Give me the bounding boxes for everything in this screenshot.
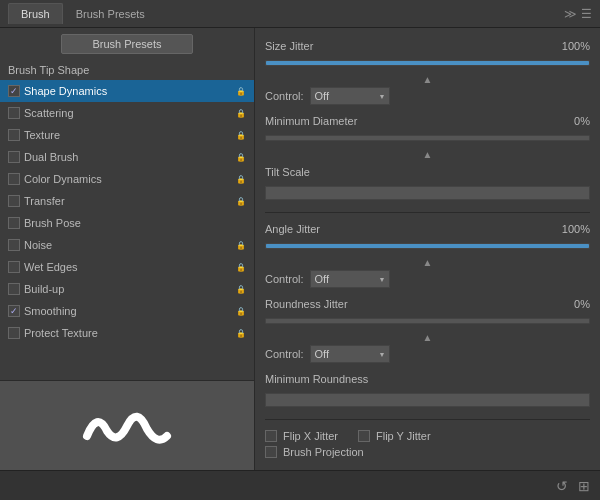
brush-item-label-11: Protect Texture bbox=[24, 327, 232, 339]
brush-list-item-7[interactable]: Noise🔒 bbox=[0, 234, 254, 256]
angle-jitter-row: Angle Jitter 100% bbox=[265, 219, 590, 239]
brush-item-label-10: Smoothing bbox=[24, 305, 232, 317]
checkbox-9[interactable] bbox=[8, 283, 20, 295]
flip-x-checkbox[interactable] bbox=[265, 430, 277, 442]
control-row-2: Control: Off Fade Pen Pressure bbox=[265, 270, 590, 288]
control-label-3: Control: bbox=[265, 348, 304, 360]
brush-list-item-8[interactable]: Wet Edges🔒 bbox=[0, 256, 254, 278]
brush-list-item-9[interactable]: Build-up🔒 bbox=[0, 278, 254, 300]
size-jitter-slider[interactable] bbox=[265, 60, 590, 66]
brush-item-label-8: Wet Edges bbox=[24, 261, 232, 273]
brush-item-label-6: Brush Pose bbox=[24, 217, 246, 229]
brush-presets-button[interactable]: Brush Presets bbox=[61, 34, 192, 54]
angle-jitter-value: 100% bbox=[550, 223, 590, 235]
angle-jitter-slider[interactable] bbox=[265, 243, 590, 249]
brush-projection-checkbox[interactable] bbox=[265, 446, 277, 458]
checkbox-2[interactable] bbox=[8, 129, 20, 141]
tilt-scale-field[interactable] bbox=[265, 186, 590, 200]
checkbox-6[interactable] bbox=[8, 217, 20, 229]
control-label-2: Control: bbox=[265, 273, 304, 285]
tab-brush[interactable]: Brush bbox=[8, 3, 63, 24]
brush-tip-shape-label: Brush Tip Shape bbox=[0, 60, 254, 80]
lock-icon-9: 🔒 bbox=[236, 285, 246, 294]
control-row-3: Control: Off Fade Pen Pressure bbox=[265, 345, 590, 363]
min-diameter-row: Minimum Diameter 0% bbox=[265, 111, 590, 131]
brush-item-label-3: Dual Brush bbox=[24, 151, 232, 163]
brush-list-item-0[interactable]: Shape Dynamics🔒 bbox=[0, 80, 254, 102]
brush-item-label-1: Scattering bbox=[24, 107, 232, 119]
lock-icon-4: 🔒 bbox=[236, 175, 246, 184]
flip-y-label: Flip Y Jitter bbox=[376, 430, 431, 442]
min-roundness-label: Minimum Roundness bbox=[265, 373, 368, 385]
grid-icon[interactable]: ⊞ bbox=[578, 478, 590, 494]
brush-item-label-5: Transfer bbox=[24, 195, 232, 207]
flip-checkboxes: Flip X Jitter Flip Y Jitter bbox=[265, 430, 590, 446]
lock-icon-8: 🔒 bbox=[236, 263, 246, 272]
min-diameter-label: Minimum Diameter bbox=[265, 115, 357, 127]
reset-icon[interactable]: ↺ bbox=[556, 478, 568, 494]
tab-icons: ≫ ☰ bbox=[564, 7, 592, 21]
min-diameter-value: 0% bbox=[550, 115, 590, 127]
min-roundness-field[interactable] bbox=[265, 393, 590, 407]
scroll-arrow-2: ▲ bbox=[265, 149, 590, 160]
lock-icon-3: 🔒 bbox=[236, 153, 246, 162]
roundness-jitter-value: 0% bbox=[550, 298, 590, 310]
control-select-2[interactable]: Off Fade Pen Pressure bbox=[310, 270, 390, 288]
brush-item-label-4: Color Dynamics bbox=[24, 173, 232, 185]
size-jitter-row: Size Jitter 100% bbox=[265, 36, 590, 56]
control-select-wrapper-2: Off Fade Pen Pressure bbox=[310, 270, 390, 288]
checkbox-1[interactable] bbox=[8, 107, 20, 119]
brush-list-item-3[interactable]: Dual Brush🔒 bbox=[0, 146, 254, 168]
angle-jitter-label: Angle Jitter bbox=[265, 223, 320, 235]
brush-list-item-5[interactable]: Transfer🔒 bbox=[0, 190, 254, 212]
min-roundness-row: Minimum Roundness bbox=[265, 369, 590, 389]
brush-list-item-1[interactable]: Scattering🔒 bbox=[0, 102, 254, 124]
menu-icon[interactable]: ☰ bbox=[581, 7, 592, 21]
brush-list-item-4[interactable]: Color Dynamics🔒 bbox=[0, 168, 254, 190]
checkbox-8[interactable] bbox=[8, 261, 20, 273]
checkbox-4[interactable] bbox=[8, 173, 20, 185]
brush-preview-svg bbox=[77, 401, 177, 451]
main-panel: Brush Brush Presets ≫ ☰ Brush Presets Br… bbox=[0, 0, 600, 500]
scroll-arrow-4: ▲ bbox=[265, 332, 590, 343]
tab-brush-presets[interactable]: Brush Presets bbox=[63, 3, 158, 24]
brush-list-item-11[interactable]: Protect Texture🔒 bbox=[0, 322, 254, 344]
expand-icon[interactable]: ≫ bbox=[564, 7, 577, 21]
min-diameter-slider[interactable] bbox=[265, 135, 590, 141]
control-row-1: Control: Off Fade Pen Pressure Pen Tilt bbox=[265, 87, 590, 105]
roundness-jitter-row: Roundness Jitter 0% bbox=[265, 294, 590, 314]
control-select-3[interactable]: Off Fade Pen Pressure bbox=[310, 345, 390, 363]
tab-bar: Brush Brush Presets ≫ ☰ bbox=[0, 0, 600, 28]
roundness-jitter-label: Roundness Jitter bbox=[265, 298, 348, 310]
lock-icon-2: 🔒 bbox=[236, 131, 246, 140]
flip-y-checkbox[interactable] bbox=[358, 430, 370, 442]
checkbox-7[interactable] bbox=[8, 239, 20, 251]
control-select-wrapper-3: Off Fade Pen Pressure bbox=[310, 345, 390, 363]
bottom-bar: ↺ ⊞ bbox=[0, 470, 600, 500]
checkbox-5[interactable] bbox=[8, 195, 20, 207]
lock-icon-1: 🔒 bbox=[236, 109, 246, 118]
brush-item-label-7: Noise bbox=[24, 239, 232, 251]
content-area: Brush Presets Brush Tip Shape Shape Dyna… bbox=[0, 28, 600, 470]
brush-item-label-2: Texture bbox=[24, 129, 232, 141]
lock-icon-11: 🔒 bbox=[236, 329, 246, 338]
brush-projection-row: Brush Projection bbox=[265, 446, 590, 458]
control-label-1: Control: bbox=[265, 90, 304, 102]
brush-item-label-0: Shape Dynamics bbox=[24, 85, 232, 97]
brush-list-item-2[interactable]: Texture🔒 bbox=[0, 124, 254, 146]
brush-list-item-10[interactable]: Smoothing🔒 bbox=[0, 300, 254, 322]
brush-list: Shape Dynamics🔒Scattering🔒Texture🔒Dual B… bbox=[0, 80, 254, 380]
brush-list-item-6[interactable]: Brush Pose bbox=[0, 212, 254, 234]
flip-x-label: Flip X Jitter bbox=[283, 430, 338, 442]
checkbox-11[interactable] bbox=[8, 327, 20, 339]
checkbox-0[interactable] bbox=[8, 85, 20, 97]
control-select-1[interactable]: Off Fade Pen Pressure Pen Tilt bbox=[310, 87, 390, 105]
flip-y-row: Flip Y Jitter bbox=[358, 430, 431, 442]
scroll-arrow-1: ▲ bbox=[265, 74, 590, 85]
checkbox-10[interactable] bbox=[8, 305, 20, 317]
roundness-jitter-slider[interactable] bbox=[265, 318, 590, 324]
scroll-arrow-3: ▲ bbox=[265, 257, 590, 268]
left-panel: Brush Presets Brush Tip Shape Shape Dyna… bbox=[0, 28, 255, 470]
checkbox-3[interactable] bbox=[8, 151, 20, 163]
lock-icon-7: 🔒 bbox=[236, 241, 246, 250]
